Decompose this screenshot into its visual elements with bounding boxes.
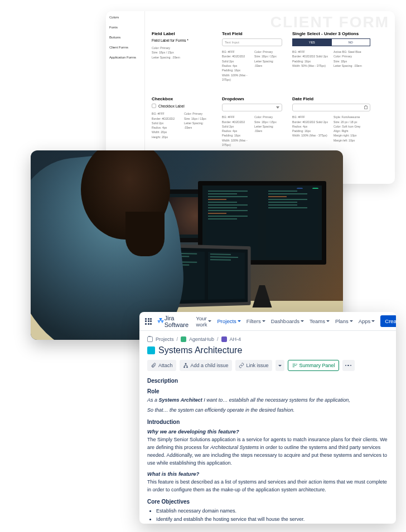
link-issue-chevron[interactable] (276, 360, 284, 371)
spec-field-label: Field Label Field Label for Forms * Colo… (152, 31, 212, 82)
chevron-down-icon (326, 320, 330, 322)
crumb-project[interactable]: AgentaHub (189, 336, 214, 342)
spec-side-item[interactable]: Colors (109, 16, 141, 19)
nav-your-work[interactable]: Your work (196, 315, 211, 328)
spec-text-field: Text Field Text Input BG: #FFF Border: #… (222, 31, 282, 82)
checkbox-icon (152, 104, 156, 108)
objective-item: Establish necessary domain names. (156, 507, 388, 515)
spec-date-field: Date Field BG: #FFF Border: #D2D2D2 Soli… (292, 96, 370, 147)
svg-rect-2 (186, 367, 188, 368)
chevron-down-icon (278, 365, 282, 367)
date-input-sample[interactable] (292, 104, 370, 111)
app-switcher-icon[interactable] (145, 318, 152, 325)
spec-meta: Color: Primary Size: 16px / 13px Letter … (184, 111, 212, 139)
objective-item: Identify and establish the hosting servi… (156, 515, 388, 524)
what-subheading: What is this feature? (147, 471, 388, 477)
spec-checkbox: Checkbox Checkbox Label BG: #FFF Border:… (152, 96, 212, 147)
role-line: As a Systems Architect I want to… establ… (147, 397, 388, 404)
action-label: Link issue (246, 363, 269, 368)
spec-meta: Active BG: Steel Blue Color: Primary Siz… (334, 50, 370, 68)
action-label: Summary Panel (299, 363, 335, 368)
spec-col-title: Checkbox (152, 96, 212, 101)
segmented-control[interactable]: YES NO (292, 38, 370, 46)
spec-col-title: Date Field (292, 96, 370, 101)
nav-projects[interactable]: Projects (217, 315, 240, 328)
nav-apps[interactable]: Apps (359, 315, 375, 328)
spec-meta: BG: #FFF Border: #D2D2D2 Solid 2px Radiu… (292, 115, 329, 143)
jira-logo[interactable]: Jira Software (157, 315, 190, 328)
spec-col-title: Single Select - Under 3 Options (292, 31, 370, 36)
role-heading: Role (147, 388, 388, 394)
summary-panel-button[interactable]: Summary Panel (288, 360, 339, 371)
spec-field-value: Field Label for Forms * (152, 38, 212, 42)
breadcrumb: Projects / AgentaHub / AH-4 (147, 336, 388, 342)
why-subheading: Why we are developing this feature? (147, 428, 388, 435)
summary-icon (292, 363, 297, 368)
attach-button[interactable]: Attach (147, 360, 176, 371)
text-input-sample[interactable]: Text Input (222, 38, 282, 46)
chevron-down-icon (301, 320, 304, 322)
spec-col-title: Text Field (222, 31, 282, 36)
folder-icon (147, 336, 153, 342)
spec-dropdown: Dropdown BG: #FFF Border: #D2D2D2 Solid … (222, 96, 282, 147)
action-label: Attach (158, 363, 173, 368)
issue-actions: Attach Add a child issue Link issue Summ… (147, 360, 388, 371)
more-actions-button[interactable] (342, 360, 355, 371)
spec-meta: Style: FontAwesome Size: 20 px / 18 px C… (334, 115, 370, 143)
issue-square-icon (147, 346, 155, 354)
crumb-issue-key[interactable]: AH-4 (230, 336, 241, 342)
spec-meta: BG: #FFF Border: #D2D2D2 Solid 2px Radiu… (222, 115, 250, 147)
spec-side-item[interactable]: Client Forms (109, 46, 141, 49)
jira-window: Jira Software Your work Projects Filters… (139, 312, 396, 524)
segment-yes[interactable]: YES (292, 38, 332, 46)
paperclip-icon (151, 363, 156, 368)
primary-nav: Your work Projects Filters Dashboards Te… (196, 315, 375, 328)
checkbox-sample[interactable]: Checkbox Label (152, 104, 212, 108)
add-child-button[interactable]: Add a child issue (180, 360, 232, 371)
calendar-icon (364, 106, 368, 109)
introduction-heading: Introduction (147, 419, 388, 425)
chevron-down-icon (238, 320, 241, 322)
hierarchy-icon (183, 363, 188, 368)
crumb-projects[interactable]: Projects (156, 336, 174, 342)
why-paragraph: The Simply Senior Solutions application … (147, 436, 388, 467)
description-heading: Description (147, 378, 388, 384)
spec-col-title: Dropdown (222, 96, 282, 101)
chevron-down-icon (371, 320, 375, 322)
nav-teams[interactable]: Teams (310, 315, 330, 328)
spec-watermark: CLIENT FORM (270, 13, 389, 31)
spec-meta: Color: Primary Size: 18px / 15px Letter … (254, 115, 282, 147)
issue-type-icon (221, 336, 227, 342)
objectives-list: Establish necessary domain names. Identi… (147, 507, 388, 524)
spec-meta: BG: #FFF Border: #D2D2D2 Solid 2px Paddi… (292, 50, 329, 68)
link-icon (239, 363, 244, 368)
spec-side-item[interactable]: Buttons (109, 36, 141, 39)
action-label: Add a child issue (191, 363, 229, 368)
chevron-down-icon (276, 106, 279, 109)
svg-rect-0 (185, 363, 186, 364)
what-paragraph: This feature is best described as a list… (147, 479, 388, 494)
spec-meta: Color: Primary Size: 18px / 15px Letter … (254, 50, 282, 82)
nav-filters[interactable]: Filters (246, 315, 265, 328)
jira-logo-icon (157, 318, 162, 325)
checkbox-label: Checkbox Label (158, 104, 185, 108)
chevron-down-icon (208, 320, 211, 322)
spec-meta: BG: #FFF Border: #D2D2D2 Solid 2px Radiu… (222, 50, 250, 82)
core-objectives-heading: Core Objectives (147, 499, 388, 505)
link-issue-button[interactable]: Link issue (235, 360, 272, 371)
create-button[interactable]: Create (380, 315, 396, 327)
svg-rect-1 (183, 367, 185, 368)
dropdown-sample[interactable] (222, 104, 282, 111)
spec-side-item[interactable]: Fonts (109, 26, 141, 29)
chevron-down-icon (350, 320, 353, 322)
nav-dashboards[interactable]: Dashboards (271, 315, 304, 328)
jira-topbar: Jira Software Your work Projects Filters… (139, 312, 396, 331)
segment-no[interactable]: NO (332, 38, 371, 46)
nav-plans[interactable]: Plans (335, 315, 353, 328)
issue-title[interactable]: Systems Architecture (158, 345, 242, 355)
chevron-down-icon (262, 320, 265, 322)
so-that-line: So that… the system can efficiently oper… (147, 407, 388, 414)
spec-side-item[interactable]: Application Forms (109, 56, 141, 59)
dots-icon (345, 365, 352, 367)
product-name: Jira Software (165, 315, 191, 328)
